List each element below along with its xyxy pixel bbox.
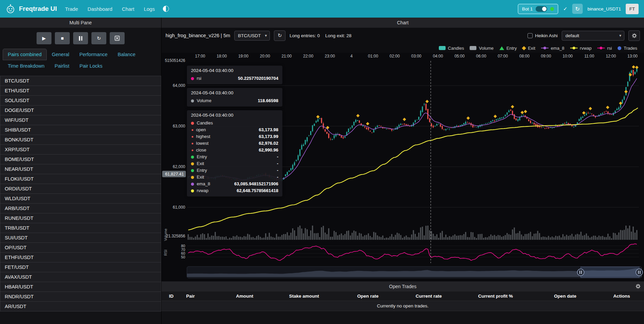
legend-item-entry[interactable]: Entry: [499, 46, 517, 51]
pair-item[interactable]: AR/USDT: [0, 301, 161, 311]
ema-dot-icon: [191, 183, 194, 186]
checkbox-icon: [528, 33, 533, 38]
legend-label: Exit: [528, 46, 535, 51]
legend-item-exit[interactable]: Exit: [522, 46, 535, 51]
pair-item[interactable]: WLD/USDT: [0, 193, 161, 204]
bot-toggle[interactable]: [536, 6, 547, 12]
chart-settings-button[interactable]: [628, 30, 640, 41]
legend-item-volume[interactable]: Volume: [470, 46, 493, 51]
pair-item[interactable]: HBAR/USDT: [0, 282, 161, 292]
pause-button[interactable]: [73, 32, 88, 44]
pair-item[interactable]: ARB/USDT: [0, 203, 161, 213]
pair-item[interactable]: DOGE/USDT: [0, 105, 161, 115]
play-button[interactable]: ▶: [37, 32, 51, 44]
legend-item-ema-8[interactable]: ema_8: [541, 46, 564, 51]
nav-link-logs[interactable]: Logs: [144, 6, 155, 12]
tab-time-breakdown[interactable]: Time Breakdown: [3, 60, 49, 72]
chart-panel: Chart high_frog_binance_v226 | 5m BTC/US…: [162, 18, 644, 324]
price-label: 62,000: [173, 164, 185, 169]
pair-select[interactable]: BTC/USDT ▾: [234, 31, 270, 41]
nav-links: Trade Dashboard Chart Logs: [65, 6, 155, 12]
time-label: 03:00: [411, 54, 421, 59]
plot-config-value: default: [565, 33, 579, 38]
pair-item[interactable]: WIF/USDT: [0, 115, 161, 125]
pair-item[interactable]: ORDI/USDT: [0, 184, 161, 194]
chevron-down-icon: ▾: [265, 33, 267, 38]
legend-label: ema_8: [551, 46, 564, 51]
tab-pairlist[interactable]: Pairlist: [49, 60, 74, 72]
ohlc-dot-icon: [192, 129, 193, 131]
pair-item[interactable]: ETH/USDT: [0, 86, 161, 96]
time-label: 20:00: [260, 54, 270, 59]
nav-link-trade[interactable]: Trade: [65, 6, 78, 12]
tab-pair-locks[interactable]: Pair Locks: [74, 60, 108, 72]
rsi-marker-icon: [597, 46, 605, 50]
price-label: 61,000: [173, 205, 185, 210]
ohlc-dot-icon: [192, 143, 193, 144]
pair-item[interactable]: SHIB/USDT: [0, 125, 161, 135]
open-trades-empty-area: [162, 311, 644, 324]
pair-item[interactable]: BOME/USDT: [0, 154, 161, 164]
tab-balance[interactable]: Balance: [113, 49, 141, 60]
rsi-line: [188, 244, 637, 260]
tooltip-row: ema_863,085.948152171906: [191, 181, 278, 187]
pair-item[interactable]: RUNE/USDT: [0, 213, 161, 223]
nav-link-chart[interactable]: Chart: [122, 6, 134, 12]
user-avatar[interactable]: FT: [626, 4, 639, 14]
chart-panel-title: Chart: [162, 18, 644, 28]
pair-item[interactable]: SOL/USDT: [0, 95, 161, 106]
pair-item[interactable]: TRB/USDT: [0, 223, 161, 233]
legend-item-rvwap[interactable]: rvwap: [570, 46, 592, 51]
svg-text:61,827.41: 61,827.41: [165, 172, 184, 177]
clear-chart-button[interactable]: [110, 32, 125, 44]
legend-item-rsi[interactable]: rsi: [597, 46, 612, 51]
stop-button[interactable]: ■: [55, 32, 70, 44]
open-trades-header: Open Trades: [162, 281, 644, 292]
reload-config-button[interactable]: ↻: [91, 32, 106, 44]
pair-item[interactable]: RNDR/USDT: [0, 292, 161, 302]
ohlc-dot-icon: [192, 136, 193, 138]
pair-item[interactable]: XRP/USDT: [0, 144, 161, 155]
time-label: 04:00: [433, 54, 443, 59]
price-label: 64,000: [173, 83, 185, 88]
pair-item[interactable]: FET/USDT: [0, 262, 161, 272]
pair-item[interactable]: FLOKI/USDT: [0, 174, 161, 184]
nav-link-dashboard[interactable]: Dashboard: [88, 6, 112, 12]
datazoom-right-handle[interactable]: [636, 269, 643, 276]
ema_8-marker-icon: [541, 46, 549, 50]
pair-item[interactable]: BTC/USDT: [0, 76, 161, 86]
pair-list: BTC/USDTETH/USDTSOL/USDTDOGE/USDTWIF/USD…: [0, 76, 161, 324]
pair-item[interactable]: BONK/USDT: [0, 135, 161, 145]
legend-item-trades[interactable]: Trades: [618, 46, 637, 51]
refresh-icon: ↻: [278, 32, 282, 39]
tooltip-row: open63,173.98: [191, 126, 278, 133]
reload-bot-button[interactable]: ↻: [572, 4, 583, 14]
time-label: 11:00: [584, 54, 594, 59]
time-label: 22:00: [303, 54, 313, 59]
tab-pairs-combined[interactable]: Pairs combined: [3, 49, 47, 60]
pair-item[interactable]: OP/USDT: [0, 242, 161, 253]
refresh-chart-button[interactable]: ↻: [274, 30, 285, 41]
datazoom[interactable]: [187, 267, 643, 278]
volume-marker-icon: [470, 46, 476, 50]
open-trades-settings-icon[interactable]: [636, 284, 641, 289]
datazoom-window[interactable]: [581, 267, 639, 278]
tab-general[interactable]: General: [47, 49, 74, 60]
tab-performance[interactable]: Performance: [74, 49, 113, 60]
pair-item[interactable]: ETHFI/USDT: [0, 252, 161, 262]
bot-selector[interactable]: Bot 1: [518, 4, 559, 14]
legend-item-candles[interactable]: Candles: [439, 46, 464, 51]
pair-item[interactable]: SUI/USDT: [0, 233, 161, 243]
pair-item[interactable]: NEAR/USDT: [0, 164, 161, 174]
check-icon: ✓: [563, 6, 567, 12]
theme-toggle-icon[interactable]: [163, 6, 169, 12]
datazoom-left-handle[interactable]: [577, 269, 584, 276]
open-trades-title: Open Trades: [389, 284, 416, 289]
tooltip-row: lowest62,976.02: [191, 140, 278, 147]
candles-dot-icon: [191, 122, 194, 125]
chart-area[interactable]: 17:0018:0019:0020:0021:0022:0023:00401:0…: [162, 53, 644, 281]
heikin-ashi-checkbox[interactable]: Heikin Ashi: [528, 33, 558, 38]
col-pair: Pair: [184, 294, 219, 299]
pair-item[interactable]: AVAX/USDT: [0, 272, 161, 282]
plot-config-select[interactable]: default ▾: [562, 31, 624, 41]
